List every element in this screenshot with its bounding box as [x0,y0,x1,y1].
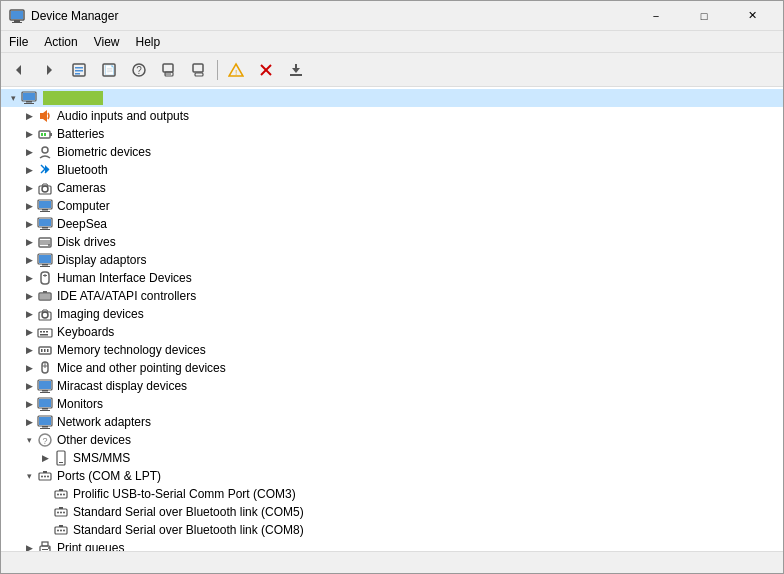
other-expand-icon[interactable]: ▾ [21,432,37,448]
sms-icon [53,450,69,466]
scan-button[interactable] [155,57,183,83]
tree-item-disk[interactable]: ▶ Disk drives [1,233,783,251]
tree-item-memory[interactable]: ▶ Memory technology devices [1,341,783,359]
forward-button[interactable] [35,57,63,83]
ports-label: Ports (COM & LPT) [57,469,161,483]
network-expand-icon[interactable]: ▶ [21,414,37,430]
svg-text:!: ! [235,67,237,76]
menu-action[interactable]: Action [36,33,85,51]
keyboards-expand-icon[interactable]: ▶ [21,324,37,340]
tree-item-imaging[interactable]: ▶ Imaging devices [1,305,783,323]
tree-item-cameras[interactable]: ▶ Cameras [1,179,783,197]
miracast-expand-icon[interactable]: ▶ [21,378,37,394]
tree-item-deepsea[interactable]: ▶ DeepSea [1,215,783,233]
monitors-expand-icon[interactable]: ▶ [21,396,37,412]
device-tree[interactable]: ▾ ▶ [1,87,783,551]
svg-rect-110 [42,542,48,546]
other-label: Other devices [57,433,131,447]
mice-expand-icon[interactable]: ▶ [21,360,37,376]
svg-point-95 [57,494,59,496]
warning-icon-button[interactable]: ! [222,57,250,83]
uninstall-button[interactable] [252,57,280,83]
svg-rect-25 [290,74,302,76]
svg-point-106 [60,530,62,532]
tree-item-serial-com8[interactable]: ▶ Standard Serial over Bluetooth link (C… [1,521,783,539]
tree-item-other[interactable]: ▾ ? Other devices [1,431,783,449]
svg-point-101 [60,512,62,514]
svg-rect-8 [75,70,83,72]
computer-expand-icon[interactable]: ▶ [21,198,37,214]
svg-text:📄: 📄 [104,64,116,76]
menu-help[interactable]: Help [128,33,169,51]
audio-expand-icon[interactable]: ▶ [21,108,37,124]
help-button[interactable]: ? [125,57,153,83]
deepsea-icon [37,216,53,232]
monitors-icon [37,396,53,412]
sms-expand-icon[interactable]: ▶ [37,450,53,466]
bluetooth-expand-icon[interactable]: ▶ [21,162,37,178]
tree-item-ide[interactable]: ▶ IDE ATA/ATAPI controllers [1,287,783,305]
biometric-expand-icon[interactable]: ▶ [21,144,37,160]
svg-rect-28 [26,101,32,103]
tree-item-biometric[interactable]: ▶ Biometric devices [1,143,783,161]
svg-rect-98 [59,489,63,491]
tree-item-sms[interactable]: ▶ SMS/MMS [1,449,783,467]
print-expand-icon[interactable]: ▶ [21,540,37,551]
tree-item-audio[interactable]: ▶ Audio inputs and outputs [1,107,783,125]
tree-item-computer[interactable]: ▶ Computer [1,197,783,215]
disk-label: Disk drives [57,235,116,249]
menu-view[interactable]: View [86,33,128,51]
tree-item-print[interactable]: ▶ Print queues [1,539,783,551]
ports-expand-icon[interactable]: ▾ [21,468,37,484]
disk-expand-icon[interactable]: ▶ [21,234,37,250]
svg-rect-52 [40,266,50,267]
deepsea-expand-icon[interactable]: ▶ [21,216,37,232]
tree-item-network[interactable]: ▶ Network adapters [1,413,783,431]
download-button[interactable] [282,57,310,83]
cameras-expand-icon[interactable]: ▶ [21,180,37,196]
sms-label: SMS/MMS [73,451,130,465]
menu-file[interactable]: File [1,33,36,51]
imaging-expand-icon[interactable]: ▶ [21,306,37,322]
svg-rect-29 [24,103,34,104]
root-expand-icon[interactable]: ▾ [5,90,21,106]
svg-rect-41 [40,211,50,212]
tree-item-keyboards[interactable]: ▶ Keyboards [1,323,783,341]
close-button[interactable]: ✕ [729,1,775,31]
tree-item-monitors[interactable]: ▶ Monitors [1,395,783,413]
tree-item-batteries[interactable]: ▶ Batteries [1,125,783,143]
properties-button[interactable] [65,57,93,83]
minimize-button[interactable]: − [633,1,679,31]
ide-expand-icon[interactable]: ▶ [21,288,37,304]
tree-root-item[interactable]: ▾ [1,89,783,107]
batteries-icon [37,126,53,142]
svg-rect-1 [14,20,20,22]
svg-rect-9 [75,73,80,75]
memory-expand-icon[interactable]: ▶ [21,342,37,358]
batteries-expand-icon[interactable]: ▶ [21,126,37,142]
back-button[interactable] [5,57,33,83]
svg-rect-68 [44,349,46,352]
tree-item-miracast[interactable]: ▶ Miracast display devices [1,377,783,395]
tree-item-bluetooth[interactable]: ▶ Bluetooth [1,161,783,179]
computer-label: Computer [57,199,110,213]
tree-item-ports[interactable]: ▾ Ports (COM & LPT) [1,467,783,485]
miracast-label: Miracast display devices [57,379,187,393]
tree-item-mice[interactable]: ▶ Mice and other pointing devices [1,359,783,377]
hid-expand-icon[interactable]: ▶ [21,270,37,286]
view-button[interactable] [185,57,213,83]
svg-rect-2 [12,22,22,23]
tree-item-prolific[interactable]: ▶ Prolific USB-to-Serial Comm Port (COM3… [1,485,783,503]
display-expand-icon[interactable]: ▶ [21,252,37,268]
tree-item-serial-com5[interactable]: ▶ Standard Serial over Bluetooth link (C… [1,503,783,521]
svg-rect-64 [46,331,48,333]
svg-point-105 [57,530,59,532]
biometric-label: Biometric devices [57,145,151,159]
update-driver-button[interactable]: 📄 [95,57,123,83]
svg-rect-75 [42,390,48,392]
maximize-button[interactable]: □ [681,1,727,31]
svg-rect-80 [40,410,50,411]
tree-item-display[interactable]: ▶ Display adaptors [1,251,783,269]
serial-com5-label: Standard Serial over Bluetooth link (COM… [73,505,304,519]
tree-item-hid[interactable]: ▶ Human Interface Devices [1,269,783,287]
